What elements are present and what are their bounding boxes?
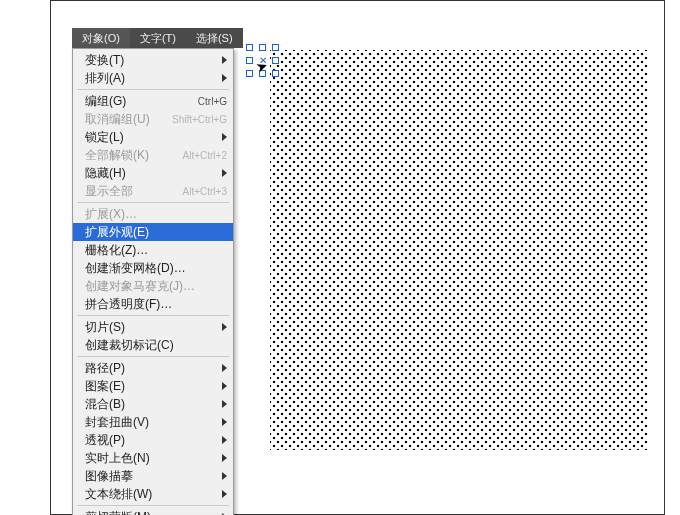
submenu-arrow-icon [222,454,227,462]
menu-item[interactable]: 文本绕排(W) [73,485,233,503]
menu-label: 文字(T) [140,32,176,44]
submenu-arrow-icon [222,490,227,498]
submenu-arrow-icon [222,472,227,480]
submenu-arrow-icon [222,323,227,331]
submenu-arrow-icon [222,364,227,372]
menu-item-shortcut: Alt+Ctrl+2 [183,150,227,161]
menu-item[interactable]: 路径(P) [73,359,233,377]
menu-item-label: 全部解锁(K) [85,147,177,164]
menu-object[interactable]: 对象(O) [72,28,130,48]
menu-separator [77,356,229,357]
menu-label: 选择(S) [196,32,233,44]
menu-label: 对象(O) [82,32,120,44]
menu-type[interactable]: 文字(T) [130,28,186,48]
menu-item-label: 编组(G) [85,93,192,110]
menu-select[interactable]: 选择(S) [186,28,243,48]
menu-item[interactable]: 透视(P) [73,431,233,449]
menu-separator [77,315,229,316]
menu-item-shortcut: Ctrl+G [198,96,227,107]
menu-item[interactable]: 拼合透明度(F)… [73,295,233,313]
menu-item-label: 创建裁切标记(C) [85,337,227,354]
menu-item: 创建对象马赛克(J)… [73,277,233,295]
menu-item[interactable]: 锁定(L) [73,128,233,146]
object-menu-dropdown: 变换(T)排列(A)编组(G)Ctrl+G取消编组(U)Shift+Ctrl+G… [72,48,234,515]
menu-item-label: 封套扭曲(V) [85,414,216,431]
halftone-pattern-object[interactable] [270,50,648,450]
menu-item[interactable]: 创建裁切标记(C) [73,336,233,354]
menu-item-label: 排列(A) [85,70,216,87]
menu-item-label: 扩展外观(E) [85,224,227,241]
menu-item[interactable]: 混合(B) [73,395,233,413]
submenu-arrow-icon [222,436,227,444]
menu-item-label: 栅格化(Z)… [85,242,227,259]
menu-item-label: 锁定(L) [85,129,216,146]
handle-se[interactable] [272,70,279,77]
handle-e[interactable] [272,57,279,64]
handle-n[interactable] [259,44,266,51]
menu-item-label: 扩展(X)… [85,206,227,223]
menu-item-label: 取消编组(U) [85,111,166,128]
submenu-arrow-icon [222,382,227,390]
menu-item[interactable]: 图案(E) [73,377,233,395]
menu-item-label: 剪切蒙版(M) [85,509,216,516]
menu-item: 显示全部Alt+Ctrl+3 [73,182,233,200]
menu-item[interactable]: 扩展外观(E) [73,223,233,241]
menu-item-label: 变换(T) [85,52,216,69]
menu-item: 取消编组(U)Shift+Ctrl+G [73,110,233,128]
menubar: 对象(O) 文字(T) 选择(S) [72,28,243,48]
handle-nw[interactable] [246,44,253,51]
menu-item-label: 创建渐变网格(D)… [85,260,227,277]
menu-separator [77,202,229,203]
menu-separator [77,505,229,506]
menu-item-label: 显示全部 [85,183,177,200]
menu-item-label: 隐藏(H) [85,165,216,182]
submenu-arrow-icon [222,400,227,408]
menu-item-label: 切片(S) [85,319,216,336]
submenu-arrow-icon [222,169,227,177]
submenu-arrow-icon [222,418,227,426]
menu-item-label: 混合(B) [85,396,216,413]
handle-sw[interactable] [246,70,253,77]
menu-item[interactable]: 隐藏(H) [73,164,233,182]
menu-item[interactable]: 创建渐变网格(D)… [73,259,233,277]
menu-item: 扩展(X)… [73,205,233,223]
menu-item-label: 透视(P) [85,432,216,449]
menu-item[interactable]: 变换(T) [73,51,233,69]
menu-item[interactable]: 栅格化(Z)… [73,241,233,259]
menu-item: 全部解锁(K)Alt+Ctrl+2 [73,146,233,164]
menu-item-shortcut: Alt+Ctrl+3 [183,186,227,197]
menu-item[interactable]: 实时上色(N) [73,449,233,467]
submenu-arrow-icon [222,74,227,82]
handle-w[interactable] [246,57,253,64]
menu-item-label: 拼合透明度(F)… [85,296,227,313]
handle-ne[interactable] [272,44,279,51]
submenu-arrow-icon [222,56,227,64]
menu-item-label: 实时上色(N) [85,450,216,467]
menu-item-shortcut: Shift+Ctrl+G [172,114,227,125]
menu-item-label: 创建对象马赛克(J)… [85,278,227,295]
menu-item[interactable]: 排列(A) [73,69,233,87]
menu-separator [77,89,229,90]
submenu-arrow-icon [222,133,227,141]
menu-item[interactable]: 剪切蒙版(M) [73,508,233,515]
menu-item-label: 图案(E) [85,378,216,395]
menu-item-label: 图像描摹 [85,468,216,485]
menu-item[interactable]: 封套扭曲(V) [73,413,233,431]
menu-item-label: 路径(P) [85,360,216,377]
menu-item[interactable]: 切片(S) [73,318,233,336]
menu-item[interactable]: 编组(G)Ctrl+G [73,92,233,110]
menu-item-label: 文本绕排(W) [85,486,216,503]
menu-item[interactable]: 图像描摹 [73,467,233,485]
